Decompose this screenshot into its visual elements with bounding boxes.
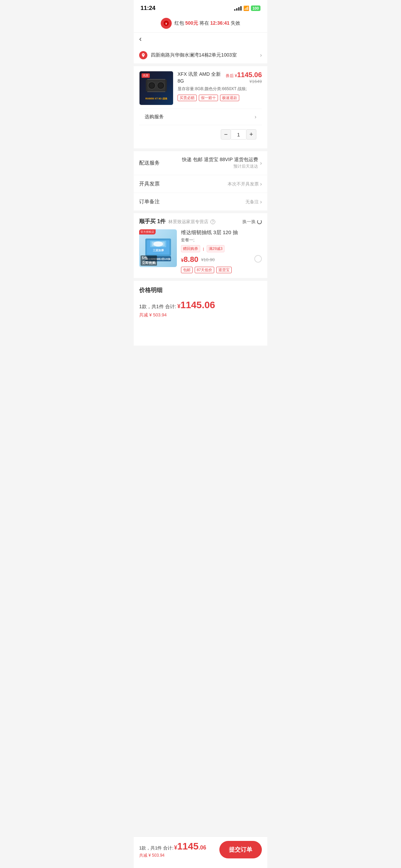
delivery-chevron-icon: › (260, 160, 262, 166)
price-total-amount: ¥1145.06 (177, 300, 215, 311)
upsell-discounted-price: ¥8.80 (181, 255, 198, 264)
price-discount-text: 共减 ¥ 503.94 (139, 312, 262, 318)
delivery-sub-value: 预计后天送达 (182, 164, 258, 169)
invoice-label: 开具发票 (139, 181, 160, 187)
battery-icon: 100 (251, 5, 260, 11)
order-note-value: 无备注 › (245, 199, 262, 205)
product-image: 讯景 RX6650 XT 8G 战狼 (139, 71, 173, 105)
refresh-icon (257, 219, 262, 224)
upsell-header: 顺手买 1件 林景致远家居专营店 ? 换一换 (139, 218, 262, 225)
red-packet-banner[interactable]: ¥ 红包 500元 将在 12:36:41 失效 (134, 14, 267, 33)
product-details: XFX 讯景 AMD 全新 8G 券后 ¥1145.06 ¥1649 显存容量:… (178, 71, 262, 105)
upsell-product-spec: 套餐一; (181, 237, 262, 243)
wifi-icon: 📶 (243, 5, 249, 11)
tag-fast-return: 极速退款 (220, 95, 239, 101)
invoice-value: 本次不开具发票 › (228, 181, 262, 187)
upsell-product-image: 官方授权店 三层加厚 维达细韧抽纸3层120抽 5包立即抢购 (139, 229, 177, 267)
tag-return: 退货宝 (216, 267, 232, 273)
price-items-count: 1款，共1件 (139, 304, 164, 310)
upsell-store-name: 林景致远家居专营店 ? (168, 219, 215, 225)
price-section: 价格明细 1款，共1件 合计: ¥1145.06 共减 ¥ 503.94 (134, 281, 267, 346)
back-button[interactable]: ‹ (139, 35, 142, 44)
product-tags: 买贵必赔 假一赔十 极速退款 (178, 95, 262, 101)
original-price: ¥1649 (226, 79, 262, 84)
address-text: 四新南路兴华御水澜湾14栋2单元1003室 (151, 52, 260, 58)
info-section: 配送服务 快递 包邮 退货宝 88VIP 退货包运费 预计后天送达 › 开具发票… (134, 151, 267, 210)
svg-text:¥: ¥ (165, 22, 167, 25)
status-icons: 📶 100 (234, 5, 260, 11)
promo-coupon-tag: 赠回购券 (181, 245, 200, 252)
nav-bar: ‹ (134, 33, 267, 47)
promo-discount-tag: 满29减3 (207, 245, 224, 252)
tag-low-price: 87天低价 (195, 267, 214, 273)
product-title: XFX 讯景 AMD 全新 8G (178, 71, 223, 84)
store-question-icon[interactable]: ? (210, 219, 215, 224)
product-spec: 显存容量:8GB;颜色分类:6650XT 战狼; (178, 86, 262, 92)
address-chevron-icon: › (260, 52, 262, 58)
upsell-title: 顺手买 1件 林景致远家居专营店 ? (139, 218, 215, 225)
status-bar: 11:24 📶 100 (134, 0, 267, 14)
price-title: 价格明细 (139, 286, 262, 294)
discounted-price: 券后 ¥1145.06 (226, 71, 262, 79)
delivery-value: 快递 包邮 退货宝 88VIP 退货包运费 (182, 157, 258, 163)
product-card: 讯景 RX6650 XT 8G 战狼 (134, 66, 267, 148)
svg-text:三层加厚: 三层加厚 (153, 249, 163, 252)
gpu-label: 讯景 (142, 73, 150, 78)
tag-free-shipping: 包邮 (181, 267, 193, 273)
svg-rect-9 (147, 91, 166, 92)
quantity-input[interactable] (231, 129, 246, 140)
upsell-product: 官方授权店 三层加厚 维达细韧抽纸3层120抽 5包立即抢购 维达细韧抽纸 3层… (139, 229, 262, 273)
delivery-row[interactable]: 配送服务 快递 包邮 退货宝 88VIP 退货包运费 预计后天送达 › (134, 151, 267, 175)
product-info: 讯景 RX6650 XT 8G 战狼 (139, 71, 262, 105)
svg-point-5 (149, 83, 154, 88)
service-label: 选购服务 (145, 114, 164, 120)
tag-fake-penalty: 假一赔十 (199, 95, 218, 101)
invoice-row[interactable]: 开具发票 本次不开具发票 › (134, 175, 267, 193)
service-row[interactable]: 选购服务 › (139, 109, 262, 125)
upsell-tags: 包邮 87天低价 退货宝 (181, 267, 232, 273)
quantity-plus-button[interactable]: + (246, 129, 256, 140)
upsell-price-row: ¥8.80 ¥10.90 (181, 255, 232, 264)
red-packet-text: 红包 500元 将在 12:36:41 失效 (174, 20, 241, 26)
order-note-row[interactable]: 订单备注 无备注 › (134, 193, 267, 210)
svg-point-14 (153, 241, 163, 246)
price-total-label: 合计: (165, 304, 176, 310)
svg-rect-8 (147, 79, 166, 80)
official-badge: 官方授权店 (139, 229, 156, 234)
radio-circle-icon (254, 255, 262, 263)
order-note-label: 订单备注 (139, 198, 160, 205)
upsell-product-name: 维达细韧抽纸 3层 120 抽 (181, 229, 262, 236)
upsell-product-info: 维达细韧抽纸 3层 120 抽 套餐一; 赠回购券 | 满29减3 ¥8.80 … (181, 229, 262, 273)
upsell-promo-row: 赠回购券 | 满29减3 (181, 245, 262, 252)
delivery-label: 配送服务 (139, 160, 160, 166)
upsell-original-price: ¥10.90 (201, 257, 215, 262)
svg-point-7 (158, 83, 163, 88)
address-row[interactable]: 四新南路兴华御水澜湾14栋2单元1003室 › (134, 47, 267, 63)
order-note-chevron-icon: › (260, 199, 262, 205)
promo-separator: | (203, 247, 204, 251)
status-time: 11:24 (141, 5, 155, 12)
red-packet-icon: ¥ (161, 18, 172, 29)
upsell-select-radio[interactable] (254, 255, 262, 263)
quantity-minus-button[interactable]: − (221, 129, 231, 140)
quantity-row: − + (139, 125, 262, 144)
location-pin-icon (139, 51, 147, 59)
tag-buy-guarantee: 买贵必赔 (178, 95, 197, 101)
signal-icon (234, 6, 242, 11)
invoice-chevron-icon: › (260, 181, 262, 187)
tissue-count-badge: 5包立即抢购 (141, 255, 157, 266)
service-chevron-icon: › (255, 114, 256, 120)
change-product-button[interactable]: 换一换 (242, 219, 262, 225)
upsell-section: 顺手买 1件 林景致远家居专营店 ? 换一换 官方授权店 三层加 (134, 213, 267, 278)
